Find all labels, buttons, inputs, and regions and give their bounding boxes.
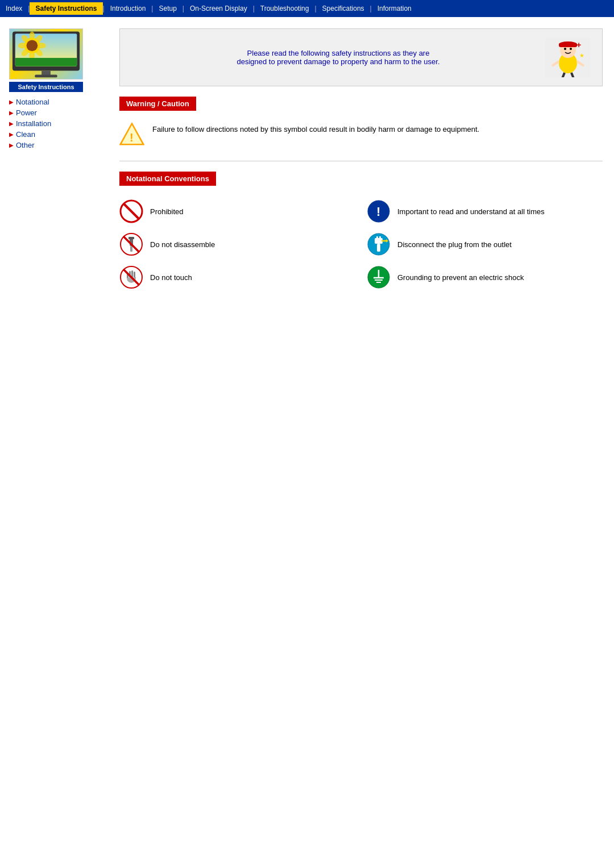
prohibited-label: Prohibited (150, 207, 184, 216)
warning-triangle-icon: ! (119, 122, 144, 147)
warning-text: Failure to follow directions noted by th… (152, 122, 479, 135)
svg-point-4 (29, 32, 35, 41)
warning-header: Warning / Caution (119, 97, 196, 111)
sidebar-item-other[interactable]: ▶ Other (9, 141, 105, 149)
warning-section: Warning / Caution ! Failure to follow di… (119, 97, 603, 149)
sidebar-logo-title: Safety Instructions (9, 82, 83, 92)
sidebar-link-power[interactable]: Power (16, 108, 37, 117)
svg-point-19 (564, 48, 566, 50)
arrow-icon-notational: ▶ (9, 99, 14, 105)
nav-index[interactable]: Index (0, 2, 28, 15)
svg-text:!: ! (130, 131, 134, 144)
notational-item-no-disassemble: Do not disassemble (119, 232, 355, 256)
safety-header: Please read the following safety instruc… (119, 28, 603, 86)
svg-rect-39 (128, 237, 134, 239)
warning-body: ! Failure to follow directions noted by … (119, 119, 603, 149)
notational-header: Notational Conventions (119, 172, 216, 186)
sidebar-link-installation[interactable]: Installation (16, 119, 51, 128)
notational-item-prohibited: Prohibited (119, 199, 355, 223)
svg-rect-44 (379, 236, 381, 239)
sidebar-item-installation[interactable]: ▶ Installation (9, 119, 105, 128)
nav-setup[interactable]: Setup (153, 2, 182, 15)
sidebar-item-notational[interactable]: ▶ Notational (9, 98, 105, 106)
nav-introduction[interactable]: Introduction (105, 2, 152, 15)
safety-text-line2: designed to prevent damage to property a… (131, 57, 545, 66)
page-wrapper: Safety Instructions ▶ Notational ▶ Power… (0, 17, 614, 301)
sidebar-item-clean[interactable]: ▶ Clean (9, 130, 105, 139)
main-content: Please read the following safety instruc… (114, 23, 614, 295)
sidebar-logo (9, 28, 83, 80)
section-divider (119, 161, 603, 161)
mascot: + ★ (545, 37, 591, 77)
important-icon: ! (367, 199, 391, 223)
svg-point-12 (27, 40, 38, 51)
svg-point-6 (18, 43, 27, 48)
notational-item-important: ! Important to read and understand at al… (367, 199, 603, 223)
do-not-touch-icon (119, 265, 143, 289)
sidebar: Safety Instructions ▶ Notational ▶ Power… (0, 23, 114, 295)
svg-rect-14 (42, 71, 51, 76)
nav-osd[interactable]: On-Screen Display (184, 2, 253, 15)
svg-text:+: + (576, 40, 581, 49)
sidebar-item-power[interactable]: ▶ Power (9, 108, 105, 117)
grounding-icon (367, 265, 391, 289)
notational-item-disconnect: Disconnect the plug from the outlet (367, 232, 603, 256)
sidebar-link-notational[interactable]: Notational (16, 98, 49, 106)
safety-text-line1: Please read the following safety instruc… (131, 49, 545, 57)
disconnect-label: Disconnect the plug from the outlet (397, 240, 512, 249)
svg-point-7 (37, 43, 46, 48)
svg-rect-15 (35, 74, 57, 77)
nav-safety-instructions[interactable]: Safety Instructions (30, 2, 102, 15)
svg-rect-13 (15, 58, 77, 66)
svg-rect-45 (377, 244, 380, 252)
navbar: Index | Safety Instructions | Introducti… (0, 0, 614, 17)
svg-rect-43 (376, 236, 378, 239)
nav-specifications[interactable]: Specifications (317, 2, 370, 15)
svg-text:!: ! (376, 205, 380, 219)
arrow-icon-clean: ▶ (9, 131, 14, 137)
nav-troubleshooting[interactable]: Troubleshooting (255, 2, 315, 15)
no-disassemble-label: Do not disassemble (150, 240, 215, 249)
sidebar-link-clean[interactable]: Clean (16, 130, 35, 139)
svg-rect-38 (130, 246, 132, 252)
prohibited-icon (119, 199, 143, 223)
svg-rect-42 (375, 238, 383, 244)
svg-text:★: ★ (579, 52, 584, 59)
notational-grid: Prohibited ! Important to read and under… (119, 199, 603, 289)
no-disassemble-icon (119, 232, 143, 256)
arrow-icon-other: ▶ (9, 142, 14, 148)
arrow-icon-installation: ▶ (9, 120, 14, 127)
svg-point-20 (570, 48, 572, 50)
grounding-label: Grounding to prevent an electric shock (397, 273, 524, 282)
notational-item-grounding: Grounding to prevent an electric shock (367, 265, 603, 289)
sidebar-nav: ▶ Notational ▶ Power ▶ Installation ▶ Cl… (9, 98, 105, 149)
arrow-icon-power: ▶ (9, 110, 14, 116)
do-not-touch-label: Do not touch (150, 273, 192, 282)
nav-information[interactable]: Information (372, 2, 417, 15)
disconnect-icon (367, 232, 391, 256)
safety-header-text: Please read the following safety instruc… (131, 49, 545, 66)
svg-rect-51 (134, 272, 135, 278)
notational-item-do-not-touch: Do not touch (119, 265, 355, 289)
important-label: Important to read and understand at all … (397, 207, 545, 216)
sidebar-link-other[interactable]: Other (16, 141, 35, 149)
notational-section: Notational Conventions Prohibited (119, 172, 603, 289)
svg-rect-22 (559, 43, 577, 47)
